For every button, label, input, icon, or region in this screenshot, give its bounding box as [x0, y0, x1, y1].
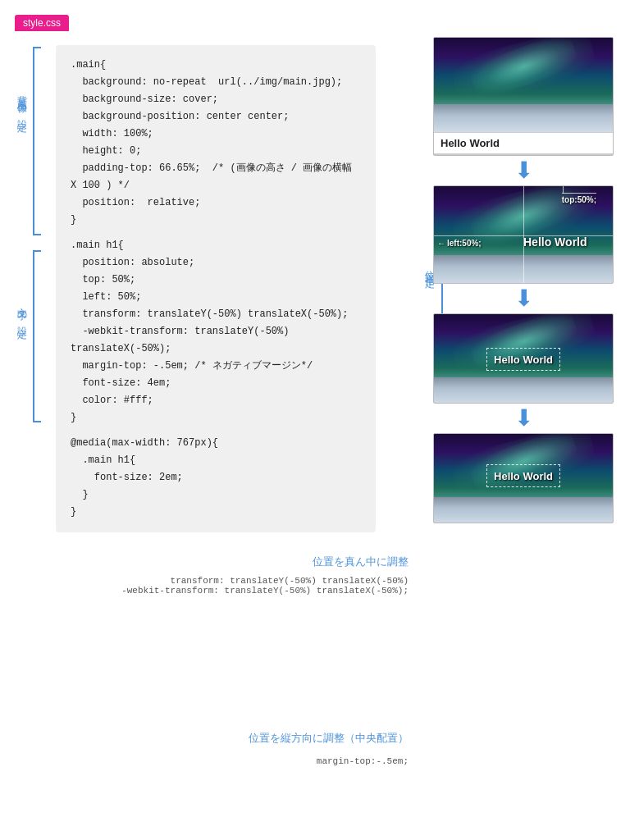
top-label: top:50%;: [562, 193, 596, 204]
hw-text-2: Hello World: [523, 235, 587, 249]
image-box-4: Hello World: [433, 433, 614, 523]
code-media-close: }: [71, 504, 361, 521]
image1-caption: Hello World: [434, 132, 613, 153]
code-media-h1-close: }: [71, 486, 361, 504]
arrow-2: ⬇: [433, 287, 614, 310]
snow-ground-4: [434, 497, 613, 523]
code-main-width: width: 100%;: [71, 126, 361, 143]
bottom-label-2: 位置を縦方向に調整（中央配置）: [56, 730, 597, 746]
code-main-padding: padding-top: 66.65%; /* (画像の高さ / 画像の横幅 X…: [71, 160, 361, 194]
hw-text-3: Hello World: [494, 354, 553, 366]
code-block: .main{ background: no-repeat url(../img/…: [56, 45, 376, 532]
aurora-glow-decorative2: [467, 37, 581, 102]
bg-image-vline: [33, 47, 34, 235]
code-media-fontsize: font-size: 2em;: [71, 469, 361, 486]
code-h1-selector: .main h1{: [71, 237, 361, 254]
text-setting-label: 文字の設定: [15, 299, 29, 323]
text-setting-bottom-tick: [33, 421, 41, 422]
tab-bar: style.css: [15, 15, 69, 31]
dotted-box-3: Hello World: [486, 348, 560, 371]
code-main-position: position: relative;: [71, 194, 361, 212]
text-setting-top-tick: [33, 250, 41, 252]
dotted-box-4: Hello World: [486, 464, 560, 487]
code-content: .main{ background: no-repeat url(../img/…: [56, 45, 376, 532]
top-tick: [563, 185, 564, 194]
code-h1-color: color: #fff;: [71, 392, 361, 409]
code-h1-close: }: [71, 409, 361, 427]
code-h1-left: left: 50%;: [71, 289, 361, 306]
code-h1-margin: margin-top: -.5em; /* ネガティブマージン*/: [71, 358, 361, 375]
code-media-h1: .main h1{: [71, 452, 361, 469]
bottom-code-1: transform: translateY(-50%) translateX(-…: [56, 576, 597, 596]
code-main-bg: background: no-repeat url(../img/main.jp…: [71, 74, 361, 91]
code-main-bgsize: background-size: cover;: [71, 91, 361, 108]
code-media: @media(max-width: 767px){: [71, 435, 361, 452]
code-margin-top: margin-top:-.5em;: [317, 756, 409, 766]
left-label: ← left:50%;: [437, 239, 482, 248]
snow-ground-3: [434, 377, 613, 404]
code-h1-top: top: 50%;: [71, 272, 361, 289]
bottom-section-2: 位置を縦方向に調整（中央配置） margin-top:-.5em;: [56, 730, 597, 767]
text-setting-annotation: 文字の設定: [8, 250, 49, 422]
image-box-1: Hello World: [433, 37, 614, 156]
arrow-1: ⬇: [433, 159, 614, 182]
hw-text-4: Hello World: [494, 470, 553, 482]
code-h1-transform: transform: translateY(-50%) translateX(-…: [71, 306, 361, 323]
text-setting-vline: [33, 250, 34, 422]
bottom-section-1: 位置を真ん中に調整 transform: translateY(-50%) tr…: [56, 554, 597, 596]
image-box-2: top:50%; ← left:50%; Hello World: [433, 185, 614, 284]
code-main-height: height: 0;: [71, 143, 361, 160]
style-css-tab[interactable]: style.css: [15, 15, 69, 31]
code-transform-line1: transform: translateY(-50%) translateX(-…: [56, 576, 409, 586]
image-box-3: Hello World: [433, 313, 614, 404]
bg-image-label: 背景画像の設定: [15, 88, 29, 116]
code-transform-line2: -webkit-transform: translateY(-50%) tran…: [56, 586, 409, 596]
arrow-3: ⬇: [433, 407, 614, 430]
bg-image-top-tick: [33, 47, 41, 48]
code-main-selector: .main{: [71, 57, 361, 74]
code-main-close: }: [71, 212, 361, 229]
content-wrapper: 背景画像の設定 文字の設定 .main{ background: no-repe…: [0, 37, 630, 840]
bottom-code-2: margin-top:-.5em;: [56, 752, 597, 767]
code-h1-webkit: -webkit-transform: translateY(-50%) tran…: [71, 323, 361, 358]
snow-ground-decorative: [434, 104, 613, 133]
bg-image-annotation: 背景画像の設定: [8, 47, 49, 235]
code-h1-fontsize: font-size: 4em;: [71, 375, 361, 392]
code-h1-pos: position: absolute;: [71, 254, 361, 272]
code-main-bgpos: background-position: center center;: [71, 108, 361, 126]
bg-image-bottom-tick: [33, 234, 41, 235]
left-arrow-symbol: ←: [437, 239, 445, 248]
images-column: Hello World ⬇ top:50%; ← le: [433, 37, 614, 523]
bottom-label-1: 位置を真ん中に調整: [56, 554, 597, 569]
